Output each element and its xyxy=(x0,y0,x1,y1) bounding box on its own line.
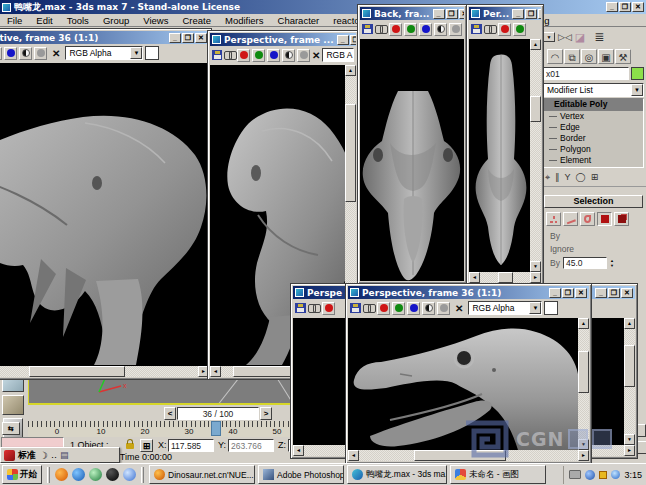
background-color-swatch[interactable] xyxy=(145,46,159,60)
clear-buffer-icon[interactable]: ✕ xyxy=(312,50,320,61)
browser-quicklaunch-icon[interactable] xyxy=(55,468,68,481)
clear-buffer-icon[interactable]: ✕ xyxy=(455,303,463,314)
start-button[interactable]: 开始 xyxy=(2,465,42,484)
scroll-right-button[interactable]: ► xyxy=(578,450,589,461)
close-button[interactable]: ✕ xyxy=(621,288,633,298)
monochrome-toggle[interactable] xyxy=(422,302,435,315)
scroll-right-button[interactable]: ► xyxy=(624,445,635,456)
menu-modifiers[interactable]: Modifiers xyxy=(218,14,271,26)
configure-stack-icon[interactable]: ⊞ xyxy=(591,172,599,183)
task-paint[interactable]: 未命名 - 画图 xyxy=(450,465,546,484)
clone-buffer-icon[interactable] xyxy=(224,50,235,60)
edge-subobject-icon[interactable] xyxy=(563,212,578,226)
red-channel-toggle[interactable] xyxy=(237,49,250,62)
clear-buffer-icon[interactable]: ✕ xyxy=(52,48,60,59)
stack-item-vertex[interactable]: Vertex xyxy=(544,111,643,122)
scroll-left-button[interactable]: ◄ xyxy=(210,366,221,377)
render-window-back-titlebar[interactable]: Back, fra... _ ❐ ✕ xyxy=(360,7,464,20)
blue-channel-toggle[interactable] xyxy=(407,302,420,315)
close-button[interactable]: ✕ xyxy=(538,9,541,19)
next-frame-button[interactable]: > xyxy=(260,407,272,420)
x-coordinate-field[interactable]: 117.585 xyxy=(168,439,214,452)
maximize-button[interactable]: ❐ xyxy=(608,288,620,298)
alpha-channel-toggle[interactable] xyxy=(297,49,310,62)
stack-item-polygon[interactable]: Polygon xyxy=(544,144,643,155)
red-channel-toggle[interactable] xyxy=(389,23,402,36)
scroll-down-button[interactable]: ▼ xyxy=(530,261,541,272)
security-tray-icon[interactable] xyxy=(599,471,607,479)
grab-tool-icon[interactable] xyxy=(2,395,24,415)
scroll-left-button[interactable]: ◄ xyxy=(469,272,480,283)
minimize-button[interactable]: _ xyxy=(606,2,618,12)
minimize-button[interactable]: _ xyxy=(337,35,349,45)
monochrome-toggle[interactable] xyxy=(19,47,32,60)
menu-group[interactable]: Group xyxy=(96,14,136,26)
monochrome-toggle[interactable] xyxy=(282,49,295,62)
align-icon[interactable]: ◪ xyxy=(575,31,585,44)
selection-lock-icon[interactable] xyxy=(126,443,134,449)
scroll-up-button[interactable]: ▲ xyxy=(578,318,589,329)
object-color-swatch[interactable] xyxy=(631,67,644,80)
render-window-left-titlebar[interactable]: Perspective, frame 36 (1:1) _ ❐ ✕ xyxy=(0,31,209,44)
menu-character[interactable]: Character xyxy=(271,14,327,26)
minimize-button[interactable]: _ xyxy=(549,288,561,298)
menu-file[interactable]: File xyxy=(0,14,29,26)
alpha-channel-toggle[interactable] xyxy=(34,47,47,60)
ime-punct-icon[interactable]: ‥ xyxy=(51,450,57,460)
remove-modifier-icon[interactable]: ◯ xyxy=(576,172,586,183)
tab-display[interactable]: ▣ xyxy=(598,49,614,64)
tab-modify[interactable]: ◠ xyxy=(547,49,563,64)
channel-display-dropdown[interactable]: RGB A xyxy=(322,48,354,62)
modifier-list-dropdown[interactable]: Modifier List ▼ xyxy=(543,83,644,97)
close-button[interactable]: ✕ xyxy=(632,2,644,12)
by-angle-label[interactable]: By xyxy=(550,258,560,268)
media-quicklaunch-icon[interactable] xyxy=(89,468,102,481)
scroll-right-button[interactable]: ► xyxy=(530,272,541,283)
menu-create[interactable]: Create xyxy=(175,14,218,26)
close-button[interactable]: ✕ xyxy=(459,9,465,19)
render-window-bottom-front-titlebar[interactable]: Perspective, frame 36 (1:1) _ ❐ ✕ xyxy=(348,286,589,299)
frame-counter-field[interactable]: 36 / 100 xyxy=(177,407,259,420)
scroll-down-button[interactable]: ▼ xyxy=(578,439,589,450)
green-channel-toggle[interactable] xyxy=(513,23,526,36)
layer-manager-icon[interactable]: ≣ xyxy=(594,30,604,44)
clone-buffer-icon[interactable] xyxy=(375,24,387,34)
vertex-subobject-icon[interactable] xyxy=(546,212,561,226)
vertical-scrollbar[interactable]: ▲ ▼ xyxy=(578,318,589,450)
stack-item-element[interactable]: Element xyxy=(544,155,643,166)
absolute-offset-toggle[interactable]: ⊞ xyxy=(140,439,153,452)
render-window-bottom-front[interactable]: Perspective, frame 36 (1:1) _ ❐ ✕ ✕ RGB … xyxy=(345,283,592,464)
ime-toolbar[interactable]: 标准 ☽ ‥ ▤ xyxy=(0,447,120,463)
make-unique-icon[interactable]: Y xyxy=(565,172,571,183)
maximize-button[interactable]: ❐ xyxy=(350,35,356,45)
horizontal-scrollbar[interactable]: ◄ ► xyxy=(469,272,541,283)
horizontal-scrollbar[interactable]: ◄ ► xyxy=(348,450,589,461)
y-coordinate-field[interactable]: 263.766 xyxy=(228,439,274,452)
save-bitmap-icon[interactable] xyxy=(350,303,361,313)
stack-item-editable-poly[interactable]: Editable Poly xyxy=(544,99,643,111)
element-subobject-icon[interactable] xyxy=(614,212,629,226)
save-bitmap-icon[interactable] xyxy=(471,24,482,34)
red-channel-toggle[interactable] xyxy=(377,302,390,315)
red-channel-toggle[interactable] xyxy=(498,23,511,36)
green-channel-toggle[interactable] xyxy=(392,302,405,315)
save-bitmap-icon[interactable] xyxy=(295,303,306,313)
scroll-down-button[interactable]: ▼ xyxy=(624,434,635,445)
restore-button[interactable]: ❐ xyxy=(619,2,631,12)
vertical-scrollbar[interactable]: ▲ ▼ xyxy=(530,39,541,272)
printer-tray-icon[interactable] xyxy=(569,470,581,479)
channel-display-dropdown[interactable]: RGB Alpha ▼ xyxy=(468,301,542,315)
maximize-button[interactable]: ❐ xyxy=(446,9,458,19)
green-channel-toggle[interactable] xyxy=(0,47,2,60)
green-channel-toggle[interactable] xyxy=(252,49,265,62)
tab-motion[interactable]: ◎ xyxy=(581,49,597,64)
mirror-icon[interactable]: ▷◁ xyxy=(558,32,572,42)
render-window-left[interactable]: Perspective, frame 36 (1:1) _ ❐ ✕ ✕ RGB … xyxy=(0,28,212,380)
channel-display-dropdown[interactable]: RGB Alpha ▼ xyxy=(65,46,143,60)
scroll-up-button[interactable]: ▲ xyxy=(345,65,356,76)
ie-quicklaunch-icon[interactable] xyxy=(72,468,85,481)
horizontal-scrollbar[interactable]: ◄ ► xyxy=(0,366,209,377)
show-end-result-icon[interactable]: ∥ xyxy=(555,172,560,183)
network-tray-icon[interactable] xyxy=(585,470,595,480)
menu-tools[interactable]: Tools xyxy=(60,14,96,26)
